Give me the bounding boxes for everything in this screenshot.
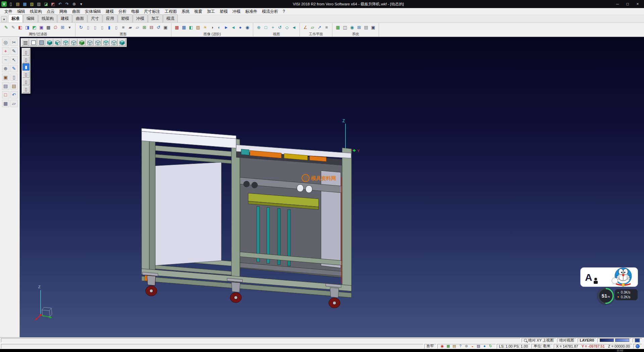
filter-mask-icon[interactable]: ▩ (45, 24, 52, 31)
sketch-pencil-icon[interactable]: ✎ (10, 47, 18, 55)
view-solid-2-icon[interactable] (118, 39, 126, 46)
view-iso-solid-icon[interactable] (46, 39, 53, 46)
menu-点云[interactable]: 点云 (44, 8, 57, 15)
cpl-view-cell[interactable]: 绝对视图 (557, 338, 577, 343)
notebook-icon[interactable]: ▤ (10, 82, 18, 90)
info-dot-icon[interactable]: ● (482, 344, 487, 348)
tab-模流[interactable]: 模流 (163, 14, 178, 23)
menu-建模[interactable]: 建模 (103, 8, 116, 15)
view-menu-icon[interactable] (21, 39, 29, 46)
system-colors-icon[interactable]: ▦ (334, 24, 341, 31)
menu-模流分析[interactable]: 模流分析 (260, 8, 280, 15)
workplane-create-icon[interactable]: ∠ (302, 24, 309, 31)
undo-icon[interactable]: ↶ (57, 1, 63, 7)
curve-tool-icon[interactable]: ~ (2, 56, 9, 63)
layer-barrel-2-icon[interactable]: ▯ (92, 24, 99, 31)
frame-select-icon[interactable]: □ (2, 91, 9, 98)
tab-标准[interactable]: 标准 (8, 14, 23, 23)
menu-系统[interactable]: 系统 (179, 8, 192, 15)
menu-线架构[interactable]: 线架构 (28, 8, 44, 15)
notes-pad-icon[interactable]: ▤ (452, 344, 457, 348)
viewport-3d[interactable]: 模具资料网 Z × × Y Z (20, 37, 644, 337)
tab-塑模[interactable]: 塑模 (118, 14, 132, 23)
menu-电极[interactable]: 电极 (129, 8, 142, 15)
view-wire-3-icon[interactable] (94, 39, 102, 46)
view-wire-4-icon[interactable] (110, 39, 118, 46)
sync-refresh-icon[interactable]: ↻ (488, 344, 493, 348)
close-button[interactable]: × (633, 1, 643, 7)
visi-logo-icon[interactable]: V (1, 1, 7, 7)
menu-编辑[interactable]: 编辑 (15, 8, 28, 15)
new-file-icon[interactable]: ▯ (8, 1, 14, 7)
view-wire-1-icon[interactable] (70, 39, 77, 46)
material-apply-icon[interactable]: ◧ (187, 24, 195, 31)
transform-move-icon[interactable]: ⊕ (2, 65, 9, 72)
annotate-pen-icon[interactable]: ✎ (10, 65, 18, 72)
group-create-icon[interactable]: ⊞ (141, 24, 148, 31)
layer-barrel-4-icon[interactable]: ▯ (113, 24, 120, 31)
zoom-window-icon[interactable]: □ (262, 24, 269, 31)
corner-grid-cell[interactable] (633, 338, 642, 343)
menu-尺寸标注[interactable]: 尺寸标注 (142, 8, 162, 15)
import-model-icon[interactable]: ◪ (43, 1, 49, 7)
swatch-light-icon[interactable] (615, 339, 629, 342)
shadow-toggle-icon[interactable]: ◑ (209, 24, 216, 31)
doc-view-2-button[interactable]: ▯ (22, 56, 30, 63)
workplane-align-icon[interactable]: ▱ (309, 24, 316, 31)
filter-color-icon[interactable]: ◧ (17, 24, 24, 31)
menu-塑模[interactable]: 塑模 (217, 8, 230, 15)
filter-element-icon[interactable]: ▣ (38, 24, 45, 31)
render-settings-icon[interactable]: ▩ (173, 24, 180, 31)
attributes-match-icon[interactable]: ✎ (10, 24, 17, 31)
filter-options-icon[interactable]: ▾ (66, 24, 73, 31)
viewport-shaded-icon[interactable] (38, 39, 45, 46)
help-ring-icon[interactable]: ◉ (440, 344, 445, 348)
menu-标准件[interactable]: 标准件 (243, 8, 260, 15)
doc-page-icon[interactable]: ▯ (10, 74, 18, 81)
assist-question-icon[interactable]: ? (458, 344, 463, 348)
tab-建模[interactable]: 建模 (57, 14, 72, 23)
filter-all-icon[interactable]: ⊞ (59, 24, 66, 31)
layer-barrel-3-icon[interactable]: ▯ (99, 24, 106, 31)
menu-冲模[interactable]: 冲模 (230, 8, 243, 15)
display-wireframe-icon[interactable]: ▱ (134, 24, 141, 31)
system-globe-icon[interactable]: ◉ (348, 24, 356, 31)
palette-tool-icon[interactable]: ▤ (2, 82, 9, 90)
render-sphere-icon[interactable]: ● (237, 24, 244, 31)
sheet-view-icon[interactable]: ▱ (10, 100, 18, 107)
preferences-icon[interactable]: ⊛ (71, 1, 77, 7)
doc-view-3-button[interactable]: ▮ (22, 63, 30, 71)
active-layer-cell[interactable]: LAYER0 (578, 338, 596, 343)
undo-step-icon[interactable]: ↶ (10, 91, 18, 98)
menu-分析[interactable]: 分析 (116, 8, 129, 15)
snap-point-icon[interactable]: + (2, 47, 9, 55)
tab-尺寸[interactable]: 尺寸 (88, 14, 102, 23)
lighting-icon[interactable]: ☀ (202, 24, 209, 31)
layer-barrel-active-icon[interactable]: ▮ (106, 24, 113, 31)
zoom-all-icon[interactable]: ⊕ (255, 24, 262, 31)
cad-model[interactable]: 模具资料网 Z × × Y Z (20, 37, 644, 337)
doc-view-5-button[interactable]: ▯ (22, 78, 30, 85)
screen-capture-icon[interactable]: ▣ (162, 24, 169, 31)
snap-board-icon[interactable]: ▦ (446, 344, 451, 348)
tab-曲面[interactable]: 曲面 (72, 14, 87, 23)
stamp-tool-icon[interactable]: ▣ (2, 74, 9, 81)
system-monitor-icon[interactable]: ▣ (370, 24, 377, 31)
trim-scissors-icon[interactable]: ✂ (10, 39, 18, 46)
view-previous-icon[interactable]: ◄ (290, 24, 298, 31)
menu-曲面[interactable]: 曲面 (70, 8, 83, 15)
pan-view-icon[interactable]: + (269, 24, 276, 31)
menu-文件[interactable]: 文件 (2, 8, 15, 15)
regen-all-icon[interactable]: ↺ (155, 24, 162, 31)
doc-view-6-button[interactable]: ▯ (22, 86, 30, 93)
plotter-icon[interactable]: ▨ (476, 344, 481, 348)
doc-view-1-button[interactable]: ▯ (22, 49, 30, 56)
scale-cell[interactable]: LS: 1.00 PS: 1.00 (497, 344, 530, 349)
system-display-icon[interactable]: ◫ (341, 24, 348, 31)
viewport-single-icon[interactable] (30, 39, 37, 46)
view-top-face-icon[interactable] (62, 39, 69, 46)
swatch-dark-icon[interactable] (600, 339, 614, 342)
pick-arrow-icon[interactable]: ↖ (10, 56, 18, 63)
magnet-snap-icon[interactable]: ◒ (470, 344, 475, 348)
menu-?[interactable]: ? (280, 8, 287, 14)
